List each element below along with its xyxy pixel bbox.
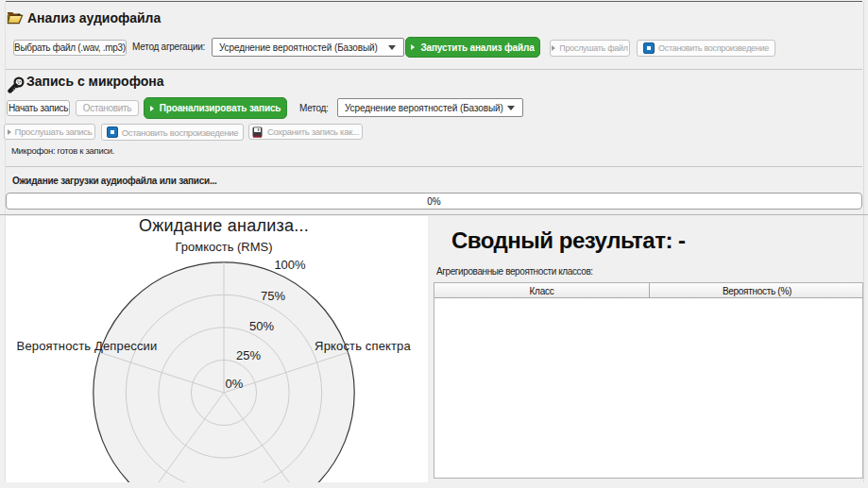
svg-text:Громкость (RMS): Громкость (RMS) [175,240,272,254]
svg-text:25%: 25% [236,348,261,362]
svg-text:Ожидание анализа...: Ожидание анализа... [139,216,309,235]
svg-text:75%: 75% [261,289,285,303]
svg-text:Вероятность Депрессии: Вероятность Депрессии [17,339,158,353]
svg-text:Яркость спектра: Яркость спектра [315,339,411,353]
svg-text:0%: 0% [226,377,244,391]
svg-text:50%: 50% [249,319,274,333]
svg-text:100%: 100% [274,258,306,272]
